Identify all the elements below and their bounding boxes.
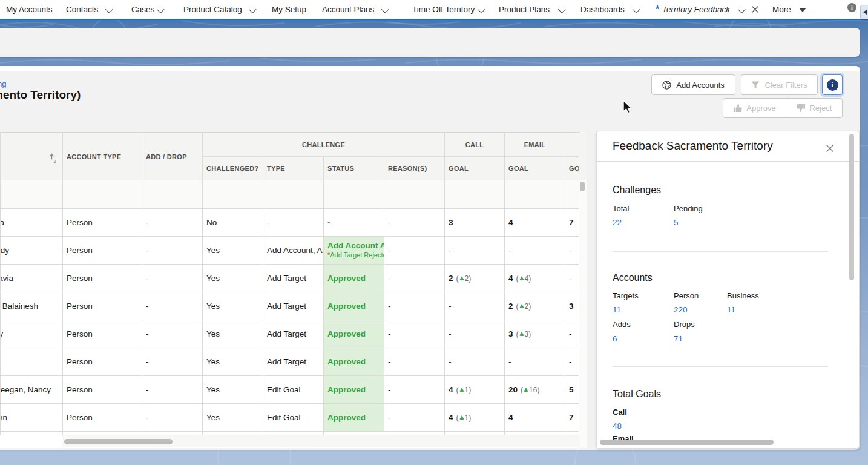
svg-text:2: 2	[54, 159, 57, 163]
